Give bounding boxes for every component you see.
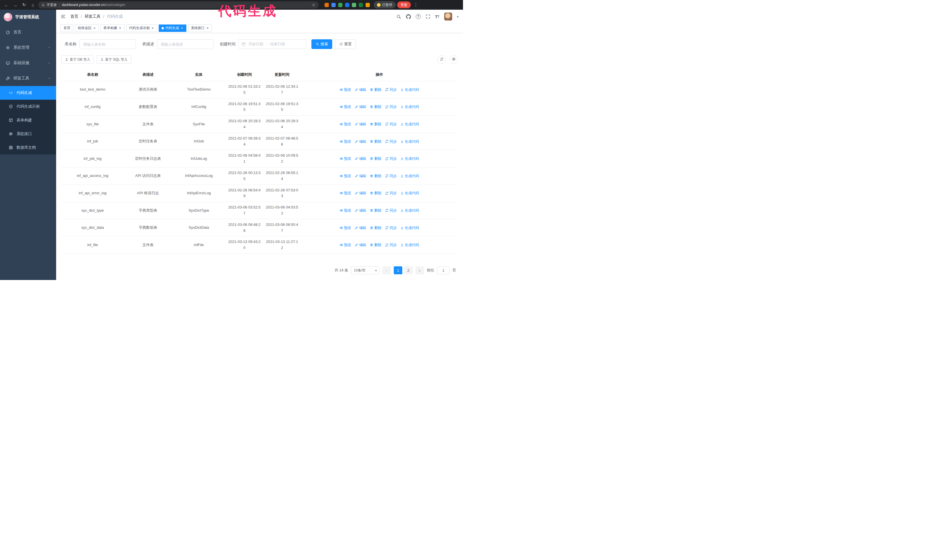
action-edit-link[interactable]: 编辑 (355, 225, 366, 231)
action-edit-link[interactable]: 编辑 (355, 190, 366, 196)
action-delete-link[interactable]: 删除 (370, 225, 381, 231)
extension-icon[interactable] (359, 3, 363, 7)
view-tag[interactable]: 链路追踪× (75, 24, 99, 32)
import-sql-button[interactable]: 基于 SQL 导入 (97, 55, 131, 64)
action-preview-link[interactable]: 预览 (340, 225, 351, 231)
sidebar-subitem[interactable]: 数据库文档 (0, 141, 56, 154)
sidebar-subitem[interactable]: 代码生成示例 (0, 100, 56, 113)
sidebar-subitem[interactable]: 系统接口 (0, 127, 56, 141)
action-generate-link[interactable]: 生成代码 (400, 156, 419, 162)
view-tag[interactable]: 首页 (61, 24, 73, 32)
action-generate-link[interactable]: 生成代码 (400, 104, 419, 110)
action-generate-link[interactable]: 生成代码 (400, 242, 419, 248)
action-preview-link[interactable]: 预览 (340, 208, 351, 213)
help-icon[interactable]: ? (416, 14, 421, 19)
font-size-icon[interactable]: TT (435, 14, 439, 19)
action-delete-link[interactable]: 删除 (370, 121, 381, 127)
action-delete-link[interactable]: 删除 (370, 208, 381, 213)
action-sync-link[interactable]: 同步 (385, 87, 396, 92)
sidebar-subitem[interactable]: 代码生成 (0, 86, 56, 100)
action-preview-link[interactable]: 预览 (340, 139, 351, 145)
action-sync-link[interactable]: 同步 (385, 225, 396, 231)
action-edit-link[interactable]: 编辑 (355, 156, 366, 162)
date-range-picker[interactable]: 开始日期 - 结束日期 (239, 39, 306, 49)
page-size-select[interactable]: 10条/页 ▾ (351, 266, 380, 274)
github-icon[interactable] (406, 14, 411, 19)
sidebar-item[interactable]: 首页 (0, 24, 56, 40)
close-icon[interactable]: × (151, 26, 154, 30)
action-generate-link[interactable]: 生成代码 (400, 190, 419, 196)
sidebar-item[interactable]: 系统管理 (0, 40, 56, 55)
extension-icon[interactable] (331, 3, 336, 7)
close-icon[interactable]: × (93, 26, 96, 30)
action-delete-link[interactable]: 删除 (370, 173, 381, 179)
page-button-2[interactable]: 2 (404, 266, 413, 274)
action-sync-link[interactable]: 同步 (385, 156, 396, 162)
action-preview-link[interactable]: 预览 (340, 87, 351, 92)
action-sync-link[interactable]: 同步 (385, 139, 396, 145)
page-button-1[interactable]: 1 (394, 266, 402, 274)
action-delete-link[interactable]: 删除 (370, 104, 381, 110)
browser-menu-icon[interactable]: ⋮ (413, 2, 419, 8)
goto-page-input[interactable] (437, 266, 449, 274)
table-name-input[interactable] (80, 39, 136, 49)
search-icon[interactable] (396, 14, 401, 19)
import-db-button[interactable]: 基于 DB 导入 (61, 55, 94, 64)
breadcrumb-item[interactable]: 研发工具 (85, 14, 101, 19)
extension-icon[interactable] (338, 3, 342, 7)
hamburger-icon[interactable] (61, 14, 66, 19)
action-generate-link[interactable]: 生成代码 (400, 208, 419, 213)
action-edit-link[interactable]: 编辑 (355, 242, 366, 248)
browser-home-button[interactable]: ⌂ (29, 2, 36, 9)
view-tag[interactable]: 代码生成× (159, 24, 186, 32)
forward-button[interactable]: → (12, 2, 19, 9)
action-preview-link[interactable]: 预览 (340, 173, 351, 179)
action-generate-link[interactable]: 生成代码 (400, 225, 419, 231)
reset-button[interactable]: 重置 (335, 39, 356, 49)
action-delete-link[interactable]: 删除 (370, 156, 381, 162)
action-edit-link[interactable]: 编辑 (355, 139, 366, 145)
search-button[interactable]: 搜索 (312, 39, 332, 49)
view-tag[interactable]: 代码生成示例× (126, 24, 157, 32)
action-preview-link[interactable]: 预览 (340, 156, 351, 162)
sidebar-item[interactable]: 研发工具 (0, 71, 56, 86)
paused-badge[interactable]: 已暂停 (374, 2, 395, 8)
refresh-table-button[interactable] (437, 55, 446, 64)
bookmark-star-icon[interactable]: ☆ (312, 3, 315, 7)
action-delete-link[interactable]: 删除 (370, 139, 381, 145)
action-edit-link[interactable]: 编辑 (355, 104, 366, 110)
extension-icon[interactable] (366, 3, 370, 7)
action-sync-link[interactable]: 同步 (385, 104, 396, 110)
extension-icon[interactable] (345, 3, 349, 7)
next-page-button[interactable]: › (415, 266, 424, 274)
action-sync-link[interactable]: 同步 (385, 190, 396, 196)
action-generate-link[interactable]: 生成代码 (400, 139, 419, 145)
action-generate-link[interactable]: 生成代码 (400, 121, 419, 127)
prev-page-button[interactable]: ‹ (382, 266, 391, 274)
action-edit-link[interactable]: 编辑 (355, 121, 366, 127)
reload-button[interactable]: ↻ (21, 2, 28, 9)
action-sync-link[interactable]: 同步 (385, 208, 396, 213)
close-icon[interactable]: × (118, 26, 122, 30)
view-tag[interactable]: 系统接口× (188, 24, 212, 32)
action-sync-link[interactable]: 同步 (385, 121, 396, 127)
action-generate-link[interactable]: 生成代码 (400, 87, 419, 92)
back-button[interactable]: ← (3, 2, 10, 9)
sidebar-item[interactable]: 基础设施 (0, 55, 56, 71)
user-avatar[interactable] (444, 12, 452, 21)
sidebar-subitem[interactable]: 表单构建 (0, 113, 56, 127)
table-desc-input[interactable] (157, 39, 213, 49)
caret-down-icon[interactable]: ▾ (457, 15, 458, 18)
view-tag[interactable]: 表单构建× (101, 24, 124, 32)
action-edit-link[interactable]: 编辑 (355, 173, 366, 179)
action-generate-link[interactable]: 生成代码 (400, 173, 419, 179)
action-sync-link[interactable]: 同步 (385, 173, 396, 179)
extension-icon[interactable] (325, 3, 329, 7)
extension-icon[interactable] (352, 3, 356, 7)
action-delete-link[interactable]: 删除 (370, 190, 381, 196)
action-preview-link[interactable]: 预览 (340, 190, 351, 196)
close-icon[interactable]: × (206, 26, 209, 30)
action-delete-link[interactable]: 删除 (370, 242, 381, 248)
action-edit-link[interactable]: 编辑 (355, 208, 366, 213)
action-delete-link[interactable]: 删除 (370, 87, 381, 92)
